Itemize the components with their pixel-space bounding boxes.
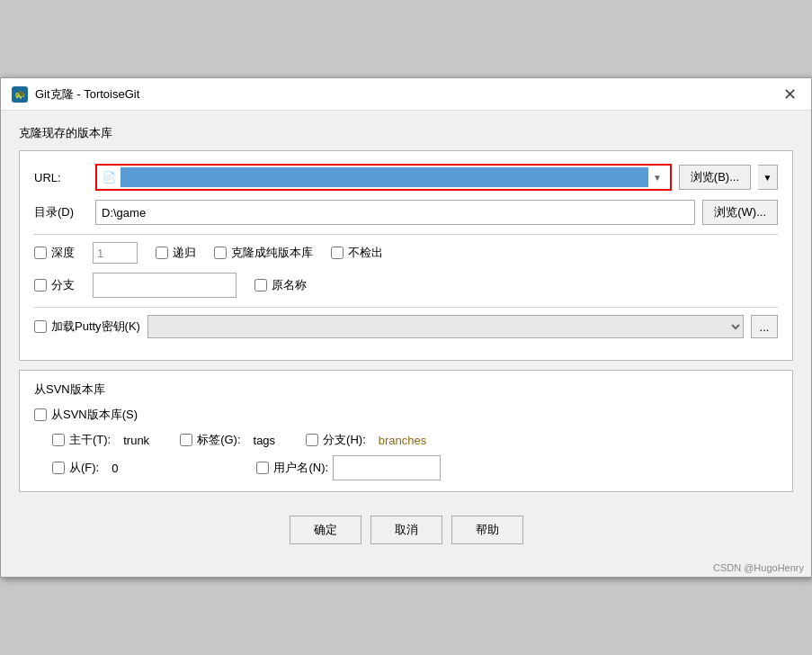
url-input-wrapper: 📄 ▼ — [95, 164, 672, 191]
branches-value: branches — [379, 434, 426, 447]
username-group: 用户名(N): — [256, 455, 441, 480]
cancel-button[interactable]: 取消 — [370, 516, 442, 544]
browse-b-dropdown-icon[interactable]: ▼ — [758, 165, 778, 190]
depth-label[interactable]: 深度 — [51, 245, 75, 261]
bare-check-item: 克隆成纯版本库 — [214, 245, 313, 261]
putty-checkbox[interactable] — [34, 320, 47, 333]
trunk-check-item: 主干(T): — [52, 432, 111, 448]
branch-input[interactable] — [93, 273, 236, 298]
titlebar: 🐢 Git克隆 - TortoiseGit ✕ — [1, 78, 811, 111]
branch-check-item: 分支 — [34, 277, 75, 293]
tags-check-item: 标签(G): — [180, 432, 240, 448]
bare-label[interactable]: 克隆成纯版本库 — [231, 245, 313, 261]
separator-2 — [34, 307, 778, 308]
dialog-buttons: 确定 取消 帮助 — [19, 507, 793, 559]
svn-header: 从SVN版本库 — [34, 381, 778, 398]
recursive-check-item: 递归 — [156, 245, 196, 261]
from-check-item: 从(F): — [52, 460, 99, 476]
from-checkbox[interactable] — [52, 462, 65, 474]
separator-1 — [34, 234, 778, 235]
putty-select[interactable] — [147, 315, 744, 338]
branch-checkbox[interactable] — [34, 279, 47, 292]
close-button[interactable]: ✕ — [780, 86, 800, 103]
username-input[interactable] — [333, 455, 441, 480]
main-window: 🐢 Git克隆 - TortoiseGit ✕ 克隆现存的版本库 URL: 📄 … — [0, 77, 812, 578]
options-row-2: 分支 原名称 — [34, 273, 778, 298]
file-icon: 📄 — [101, 169, 117, 185]
putty-label[interactable]: 加载Putty密钥(K) — [51, 319, 140, 335]
svn-section: 从SVN版本库 从SVN版本库(S) 主干(T): trunk 标签(G): t… — [19, 370, 793, 492]
from-svn-check-item: 从SVN版本库(S) — [34, 407, 778, 423]
clone-section-header: 克隆现存的版本库 — [19, 125, 793, 141]
options-row-1: 深度 递归 克隆成纯版本库 不检出 — [34, 242, 778, 264]
username-label[interactable]: 用户名(N): — [273, 460, 328, 476]
help-button[interactable]: 帮助 — [451, 516, 523, 544]
branches-h-label[interactable]: 分支(H): — [323, 432, 366, 448]
from-label[interactable]: 从(F): — [69, 460, 99, 476]
depth-check-item: 深度 — [34, 245, 75, 261]
branches-checkbox[interactable] — [306, 434, 318, 446]
putty-check-item: 加载Putty密钥(K) — [34, 319, 140, 335]
orig-name-checkbox[interactable] — [254, 279, 267, 292]
orig-name-label[interactable]: 原名称 — [272, 277, 307, 293]
from-value: 0 — [112, 462, 118, 475]
url-input[interactable] — [120, 167, 648, 187]
tags-checkbox[interactable] — [180, 434, 192, 446]
dir-row: 目录(D) 浏览(W)... — [34, 200, 778, 225]
no-checkout-label[interactable]: 不检出 — [348, 245, 383, 261]
putty-row: 加载Putty密钥(K) ... — [34, 315, 778, 338]
recursive-checkbox[interactable] — [156, 247, 168, 259]
bare-checkbox[interactable] — [214, 247, 227, 259]
dir-input[interactable] — [95, 200, 695, 225]
trunk-value: trunk — [123, 434, 149, 447]
no-checkout-check-item: 不检出 — [331, 245, 383, 261]
browse-w-button[interactable]: 浏览(W)... — [702, 200, 778, 225]
putty-dots-button[interactable]: ... — [751, 315, 778, 338]
url-label: URL: — [34, 171, 88, 184]
from-svn-label[interactable]: 从SVN版本库(S) — [51, 407, 138, 423]
depth-input[interactable] — [93, 242, 138, 264]
branches-check-item: 分支(H): — [306, 432, 366, 448]
window-title: Git克隆 - TortoiseGit — [35, 86, 139, 103]
dialog-content: 克隆现存的版本库 URL: 📄 ▼ 浏览(B)... ▼ 目录(D) 浏览(W)… — [1, 111, 811, 577]
watermark: CSDN @HugoHenry — [713, 562, 804, 573]
username-checkbox[interactable] — [256, 462, 269, 474]
main-group: URL: 📄 ▼ 浏览(B)... ▼ 目录(D) 浏览(W)... — [19, 150, 793, 361]
orig-name-check-item: 原名称 — [254, 277, 307, 293]
browse-b-button[interactable]: 浏览(B)... — [679, 165, 751, 190]
app-icon: 🐢 — [12, 86, 28, 103]
trunk-checkbox[interactable] — [52, 434, 65, 446]
titlebar-left: 🐢 Git克隆 - TortoiseGit — [12, 86, 139, 103]
trunk-label[interactable]: 主干(T): — [69, 432, 111, 448]
ok-button[interactable]: 确定 — [290, 516, 361, 544]
dir-label: 目录(D) — [34, 204, 88, 220]
depth-checkbox[interactable] — [34, 247, 47, 259]
branch-label[interactable]: 分支 — [51, 277, 75, 293]
url-row: URL: 📄 ▼ 浏览(B)... ▼ — [34, 164, 778, 191]
username-check-item: 用户名(N): — [256, 460, 328, 476]
tags-value: tags — [254, 434, 276, 447]
url-dropdown-arrow-icon[interactable]: ▼ — [648, 167, 666, 187]
tags-label[interactable]: 标签(G): — [197, 432, 240, 448]
recursive-label[interactable]: 递归 — [173, 245, 196, 261]
no-checkout-checkbox[interactable] — [331, 247, 344, 259]
from-svn-checkbox[interactable] — [34, 408, 47, 421]
